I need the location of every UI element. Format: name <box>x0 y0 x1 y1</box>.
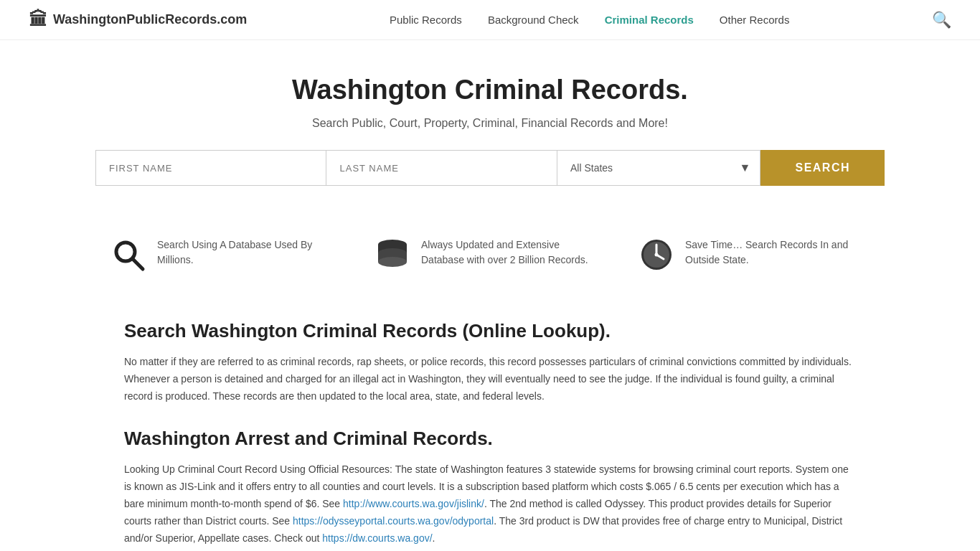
section2-body: Looking Up Criminal Court Record Using O… <box>124 461 856 547</box>
svg-point-11 <box>655 253 659 257</box>
dw-link[interactable]: https://dw.courts.wa.gov/ <box>322 532 432 544</box>
hero-section: Washington Criminal Records. Search Publ… <box>0 40 980 237</box>
first-name-input[interactable] <box>95 150 326 186</box>
section1-body: No matter if they are referred to as cri… <box>124 354 856 405</box>
content-area: Search Washington Criminal Records (Onli… <box>95 320 885 551</box>
section2-heading: Washington Arrest and Criminal Records. <box>124 428 856 450</box>
feature-text-database: Always Updated and Extensive Database wi… <box>421 237 605 268</box>
logo-icon: 🏛 <box>29 9 47 31</box>
page-title: Washington Criminal Records. <box>29 75 951 105</box>
database-icon <box>375 237 410 280</box>
last-name-input[interactable] <box>326 150 556 186</box>
hero-subtitle: Search Public, Court, Property, Criminal… <box>29 117 951 130</box>
search-icon <box>111 237 146 277</box>
feature-item-database: Always Updated and Extensive Database wi… <box>375 237 605 280</box>
feature-item-search: Search Using A Database Used By Millions… <box>111 237 341 277</box>
site-logo[interactable]: 🏛 WashingtonPublicRecords.com <box>29 9 247 31</box>
search-bar: All StatesAlabamaAlaskaArizonaArkansasCa… <box>95 150 885 186</box>
section1-heading: Search Washington Criminal Records (Onli… <box>124 320 856 342</box>
feature-text-time: Save Time… Search Records In and Outside… <box>685 237 869 268</box>
nav-public-records[interactable]: Public Records <box>390 14 462 26</box>
svg-point-6 <box>378 257 407 267</box>
odyssey-link[interactable]: https://odysseyportal.courts.wa.gov/odyp… <box>293 515 494 527</box>
nav-links: Public Records Background Check Criminal… <box>390 14 789 26</box>
navbar-search-icon[interactable]: 🔍 <box>932 11 951 29</box>
jislink-link[interactable]: http://www.courts.wa.gov/jislink/ <box>343 498 484 509</box>
state-select-wrapper: All StatesAlabamaAlaskaArizonaArkansasCa… <box>557 150 760 186</box>
features-row: Search Using A Database Used By Millions… <box>95 237 885 280</box>
nav-other-records[interactable]: Other Records <box>720 14 790 26</box>
state-select[interactable]: All StatesAlabamaAlaskaArizonaArkansasCa… <box>557 150 760 186</box>
feature-item-time: Save Time… Search Records In and Outside… <box>639 237 869 277</box>
nav-background-check[interactable]: Background Check <box>488 14 579 26</box>
logo-text: WashingtonPublicRecords.com <box>53 12 247 27</box>
navbar: 🏛 WashingtonPublicRecords.com Public Rec… <box>0 0 980 40</box>
search-button[interactable]: SEARCH <box>760 150 885 186</box>
svg-line-1 <box>133 259 143 269</box>
feature-text-search: Search Using A Database Used By Millions… <box>157 237 341 268</box>
nav-criminal-records[interactable]: Criminal Records <box>605 14 694 26</box>
clock-icon <box>639 237 674 277</box>
